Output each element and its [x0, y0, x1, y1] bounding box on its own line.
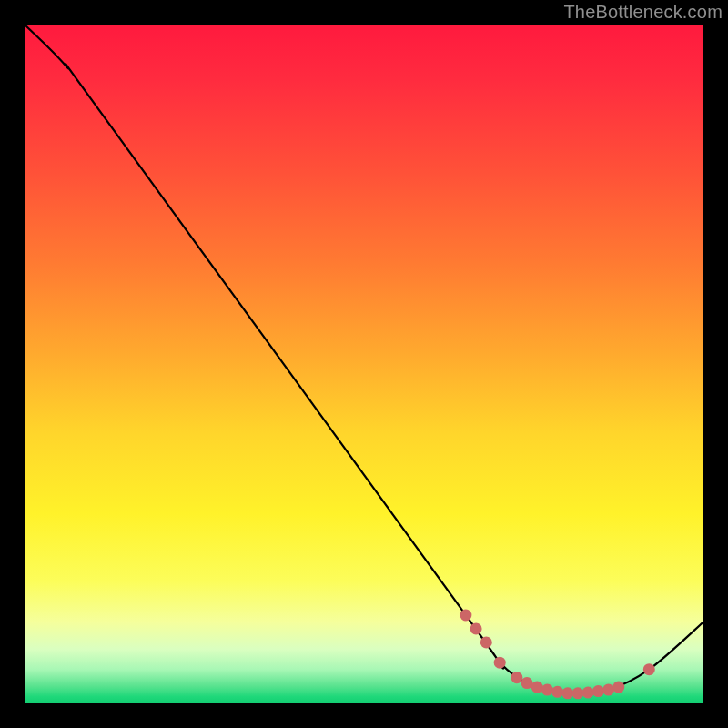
curve-markers	[460, 610, 654, 700]
curve-marker	[541, 684, 553, 696]
curve-marker	[612, 682, 624, 693]
curve-marker	[531, 682, 543, 693]
curve-marker	[480, 636, 492, 648]
curve-line	[25, 25, 703, 693]
chart-frame: TheBottleneck.com	[0, 0, 728, 728]
curve-marker	[602, 684, 614, 696]
curve-marker	[643, 663, 655, 675]
curve-marker	[551, 686, 563, 698]
curve-marker	[592, 685, 604, 697]
curve-marker	[460, 610, 471, 622]
curve-marker	[511, 672, 522, 683]
chart-svg	[25, 25, 703, 703]
curve-marker	[561, 687, 573, 699]
curve-marker	[521, 677, 533, 689]
curve-marker	[582, 687, 594, 699]
curve-marker	[494, 657, 506, 669]
chart-plot-area	[25, 25, 703, 703]
curve-marker	[470, 622, 482, 634]
watermark-text: TheBottleneck.com	[563, 2, 723, 23]
curve-marker	[572, 687, 584, 699]
